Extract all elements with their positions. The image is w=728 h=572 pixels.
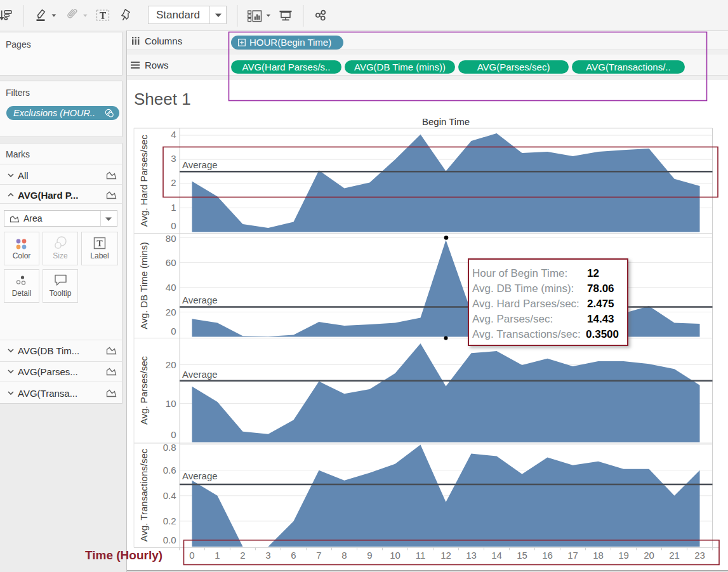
- svg-text:Standard: Standard: [156, 9, 200, 21]
